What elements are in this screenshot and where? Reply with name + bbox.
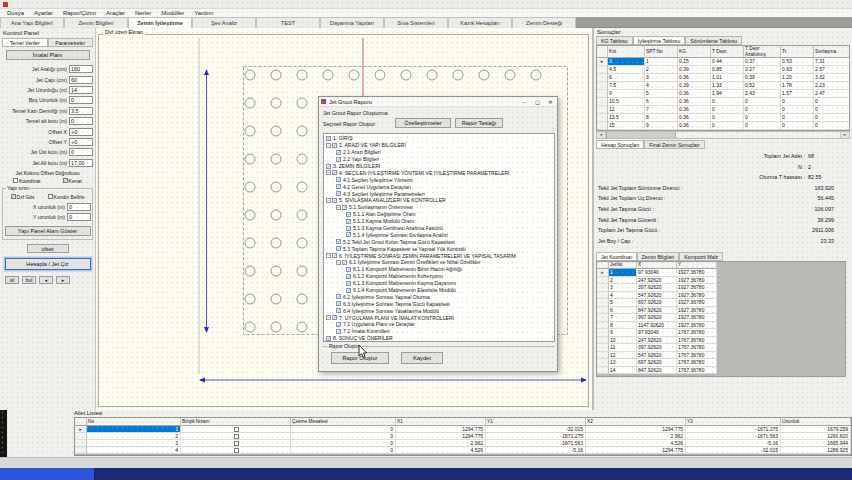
table-cell[interactable]: 0.63: [781, 66, 814, 74]
coord-cell[interactable]: 847.92620: [637, 367, 677, 375]
atlet-cell[interactable]: 1294.775: [396, 426, 486, 433]
coord-row[interactable]: 13697.926201767.36780: [597, 359, 717, 367]
field-input-jet-st-kotu-m[interactable]: 0: [69, 148, 93, 156]
atlet-cell[interactable]: 2.962: [586, 433, 686, 440]
row-header-cell[interactable]: [597, 314, 609, 322]
atlet-cell[interactable]: 1289.925: [781, 447, 851, 454]
coord-row[interactable]: 11397.926201767.36780: [597, 344, 717, 352]
coord-cell[interactable]: 12: [609, 352, 637, 360]
tree-item[interactable]: ✓6.1.3 Kompozit Malzemenin Kayma Dayanım…: [324, 280, 554, 287]
column-header-uzunluk[interactable]: Uzunluk: [781, 418, 851, 426]
tab-s-va-sistemleri[interactable]: Sıva Sistemleri: [384, 17, 448, 28]
tree-checkbox[interactable]: ✓: [332, 253, 337, 258]
table-cell[interactable]: 9: [645, 122, 678, 130]
coord-cell[interactable]: 847.92620: [637, 307, 677, 315]
table-cell[interactable]: 0: [781, 106, 814, 114]
table-cell[interactable]: 0: [814, 106, 850, 114]
table-cell[interactable]: 0.36: [678, 122, 711, 130]
scroll-left-icon[interactable]: ◂: [597, 132, 606, 138]
row-header-cell[interactable]: [597, 337, 609, 345]
coord-cell[interactable]: 14: [609, 367, 637, 375]
column-header-s-v-la-ma[interactable]: Sıvılaşma: [814, 46, 850, 58]
table-cell[interactable]: 0.39: [678, 82, 711, 90]
table-cell[interactable]: 2.43: [744, 90, 781, 98]
table-row[interactable]: 1590.360000: [597, 122, 849, 130]
save-button[interactable]: Kaydet: [401, 352, 443, 364]
table-cell[interactable]: 6: [645, 98, 678, 106]
tab-ev-analiz[interactable]: Şev Analiz: [192, 17, 256, 28]
table-cell[interactable]: 0: [744, 98, 781, 106]
coord-cell[interactable]: 10: [609, 337, 637, 345]
row-header-cell[interactable]: [597, 292, 609, 300]
atlet-cell[interactable]: -32.015: [486, 426, 586, 433]
tree-item[interactable]: −✓7. UYGULAMA PLANI VE İMALAT KONTROLLER…: [324, 314, 554, 321]
checkbox-kendin-belirle[interactable]: Kendin Belirle: [48, 194, 85, 200]
atlet-cell[interactable]: 1665.944: [781, 440, 851, 447]
coord-row[interactable]: 997.930401767.36780: [597, 329, 717, 337]
row-header-cell[interactable]: [597, 262, 609, 269]
small-button-1[interactable]: sil: [5, 276, 19, 284]
table-cell[interactable]: 0.53: [781, 58, 814, 66]
tree-checkbox[interactable]: ✓: [336, 294, 341, 299]
column-header-spt-no[interactable]: SPT No: [645, 46, 678, 58]
table-cell[interactable]: 0: [781, 114, 814, 122]
coord-cell[interactable]: 1927.36780: [677, 269, 717, 277]
table-cell[interactable]: 0: [744, 114, 781, 122]
column-header-y1[interactable]: Y1: [486, 418, 586, 426]
table-cell[interactable]: 1.94: [711, 90, 744, 98]
table-cell[interactable]: 2.47: [814, 90, 850, 98]
coord-cell[interactable]: 1147.92620: [637, 322, 677, 330]
column-header-biti-ik-nizam[interactable]: Bitişik Nizam: [181, 418, 291, 426]
coord-tab-jet-koordinat[interactable]: Jet Koordinat: [596, 252, 637, 261]
calculate-draw-jets-button[interactable]: Hesapla / Jet Çiz: [5, 258, 91, 270]
tab-test[interactable]: TEST: [256, 17, 320, 28]
column-header-t-depr-azalt-lm[interactable]: T Depr Azaltılmış: [744, 46, 781, 58]
tree-item[interactable]: −✓2. ARAZİ VE YAPI BİLGİLERİ: [324, 142, 554, 149]
table-cell[interactable]: 0.44: [711, 58, 744, 66]
atlet-cell[interactable]: -32.015: [686, 447, 781, 454]
column-header-x2[interactable]: X2: [586, 418, 686, 426]
table-cell[interactable]: 7.5: [608, 82, 645, 90]
tree-checkbox[interactable]: ✓: [332, 170, 337, 175]
bitisik-nizam-cell[interactable]: [181, 440, 291, 447]
tree-item[interactable]: ✓7.1 Uygulama Planı ve Detaylar: [324, 321, 554, 328]
table-cell[interactable]: 0.27: [744, 66, 781, 74]
tree-checkbox[interactable]: ✓: [336, 150, 341, 155]
field-input-y-uzunluk-m[interactable]: 0: [67, 213, 91, 221]
row-header-cell[interactable]: [597, 344, 609, 352]
coord-cell[interactable]: 1: [609, 269, 637, 277]
tree-checkbox[interactable]: ✓: [332, 315, 337, 320]
table-cell[interactable]: 1.01: [711, 74, 744, 82]
table-cell[interactable]: 0: [814, 114, 850, 122]
field-input-jet-aral-cm[interactable]: 160: [69, 65, 93, 73]
table-cell[interactable]: 0: [744, 122, 781, 130]
tree-expand-icon[interactable]: −: [326, 253, 331, 258]
tree-item[interactable]: ✓5.1.1 Alan Değiştirme Oranı: [324, 211, 554, 218]
coord-cell[interactable]: 1927.36780: [677, 277, 717, 285]
atlet-cell[interactable]: 1679.259: [781, 426, 851, 433]
row-header-cell[interactable]: [597, 322, 609, 330]
small-button-3[interactable]: ◂: [39, 276, 53, 284]
field-input-temel-alt-kotu-m[interactable]: 0: [69, 117, 93, 125]
atlet-cell[interactable]: 1294.775: [396, 433, 486, 440]
table-cell[interactable]: 12: [608, 106, 645, 114]
tree-item[interactable]: −✓5.1 Sıvılaşmanın Önlenmesi: [324, 204, 554, 211]
coord-cell[interactable]: 1767.36780: [677, 329, 717, 337]
row-header-cell[interactable]: [597, 329, 609, 337]
tree-item[interactable]: ✓6.1.2 Kompozit Malzemenin Kohezyonu: [324, 273, 554, 280]
coord-cell[interactable]: 397.92620: [637, 344, 677, 352]
bitisik-checkbox[interactable]: [234, 427, 239, 432]
table-cell[interactable]: 0.36: [678, 114, 711, 122]
coord-row[interactable]: 81147.926201927.36780: [597, 322, 717, 330]
panel-tab-parametreler[interactable]: Parametreler: [48, 38, 94, 47]
table-cell[interactable]: 2: [645, 66, 678, 74]
table-cell[interactable]: 5: [645, 90, 678, 98]
row-header-cell[interactable]: [75, 447, 87, 454]
coord-cell[interactable]: 1927.36780: [677, 284, 717, 292]
atlet-cell[interactable]: 1291.820: [781, 433, 851, 440]
small-button-4[interactable]: ▸: [56, 276, 70, 284]
close-icon[interactable]: ✕: [544, 97, 557, 107]
tab-zemin-i-yile-tirme[interactable]: Zemin İyileştirme: [128, 17, 192, 28]
coord-row[interactable]: 6847.926201927.36780: [597, 307, 717, 315]
coord-cell[interactable]: 1767.36780: [677, 367, 717, 375]
